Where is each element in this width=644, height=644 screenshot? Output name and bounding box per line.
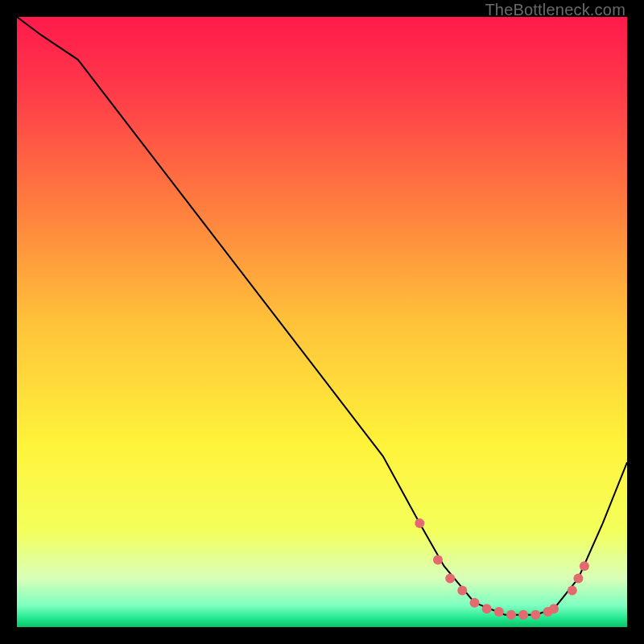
marker-dot (433, 555, 443, 565)
marker-dot (506, 610, 516, 620)
marker-dot (518, 610, 528, 620)
watermark-text: TheBottleneck.com (485, 1, 625, 19)
marker-dot (457, 586, 467, 596)
marker-dot (470, 598, 480, 608)
marker-dot (580, 561, 589, 571)
marker-dot (573, 573, 583, 583)
marker-dot (445, 573, 455, 583)
marker-dot (549, 604, 559, 613)
marker-dot (494, 607, 504, 617)
gradient-background (17, 17, 627, 627)
chart-frame (17, 17, 627, 627)
chart-plot (17, 17, 627, 627)
marker-dot (482, 604, 492, 613)
marker-dot (530, 610, 540, 620)
marker-dot (568, 586, 577, 596)
marker-dot (415, 518, 424, 528)
